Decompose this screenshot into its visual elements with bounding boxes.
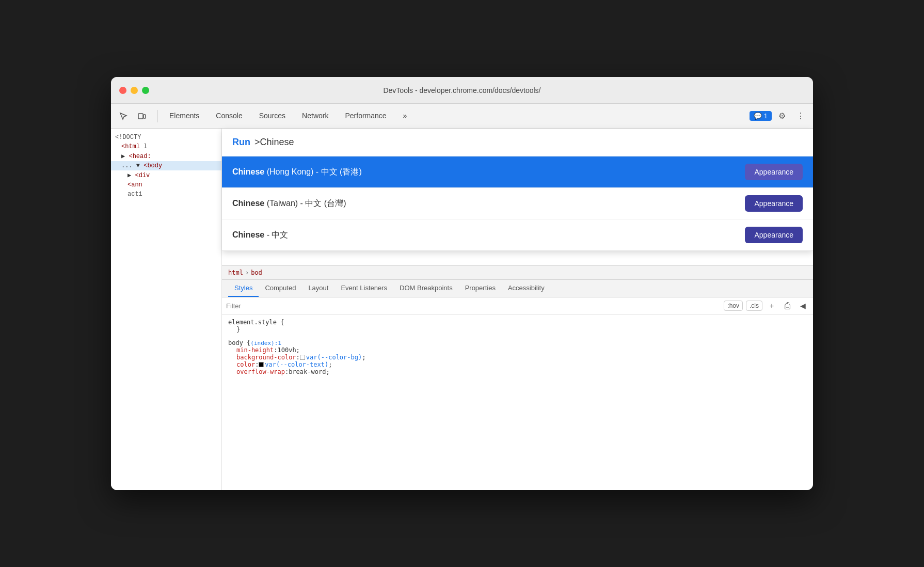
new-style-rule-button[interactable]: ⎙ [781,300,793,312]
settings-button[interactable]: ⚙ [774,108,790,124]
dropdown-item-text-0: Chinese (Hong Kong) - 中文 (香港) [232,167,362,178]
dropdown-item-bold-1: Chinese [232,199,264,208]
tab-accessibility[interactable]: Accessibility [502,280,551,297]
toolbar-right: 💬 1 ⚙ ⋮ [750,108,809,124]
styles-tabs: Styles Computed Layout Event Listeners D… [222,280,813,297]
devtools-window: DevTools - developer.chrome.com/docs/dev… [111,77,813,490]
css-selector-line: element.style { [228,319,807,326]
dropdown-item-rest-0: (Hong Kong) - 中文 (香港) [264,167,361,176]
devtools-toolbar: Elements Console Sources Network Perform… [111,104,813,129]
css-source-link[interactable]: (index):1 [250,340,281,346]
css-prop-name-4: overflow-wrap [236,368,285,375]
tab-properties[interactable]: Properties [459,280,502,297]
run-label: Run [232,137,250,148]
tab-event-listeners[interactable]: Event Listeners [334,280,393,297]
elem-head[interactable]: ▶ <head: [111,151,221,161]
more-options-button[interactable]: ⋮ [792,108,809,124]
elem-body[interactable]: ... ▼ <body [111,161,221,170]
css-close-brace-1: } [236,326,240,333]
tab-sources[interactable]: Sources [251,104,294,128]
tab-performance[interactable]: Performance [337,104,394,128]
tab-dom-breakpoints[interactable]: DOM Breakpoints [393,280,459,297]
breadcrumb-html[interactable]: html [228,269,243,276]
breadcrumb-body[interactable]: bod [251,269,262,276]
css-prop-name-3: color [236,361,255,368]
close-button[interactable] [119,87,126,94]
breadcrumb-separator: › [245,269,249,276]
dropdown-item-text-1: Chinese (Taiwan) - 中文 (台灣) [232,198,346,209]
dropdown-item-bold-0: Chinese [232,167,264,176]
elem-ann[interactable]: <ann [111,180,221,190]
dropdown-item-rest-2: - 中文 [264,230,288,239]
color-swatch-white[interactable] [300,355,305,360]
dropdown-item-rest-1: (Taiwan) - 中文 (台灣) [264,199,346,208]
css-body-selector: body { [228,339,250,346]
css-prop-color: color : var(--color-text); [228,361,807,368]
add-style-rule-button[interactable]: + [766,300,778,312]
dropdown-item-bold-2: Chinese [232,230,264,239]
css-prop-overflow: overflow-wrap : break-word; [228,368,807,375]
color-swatch-black[interactable] [259,362,264,367]
elem-acti: acti [111,190,221,199]
elem-div[interactable]: ▶ <div [111,170,221,180]
tab-styles[interactable]: Styles [228,280,259,297]
css-rule-body: body { (index):1 min-height : 100vh; bac… [228,339,807,375]
tab-network[interactable]: Network [294,104,337,128]
css-body-selector-line: body { (index):1 [228,339,807,346]
dropdown-item-1[interactable]: Chinese (Taiwan) - 中文 (台灣) Appearance [222,187,813,219]
svg-rect-0 [138,114,143,119]
elem-html[interactable]: <html l [111,142,221,151]
maximize-button[interactable] [142,87,149,94]
toggle-sidebar-button[interactable]: ◀ [796,300,809,312]
css-prop-value-4: break-word; [289,368,329,375]
appearance-button-2[interactable]: Appearance [745,227,803,243]
css-rule-element-style: element.style { } [228,319,807,333]
bottom-panel: Run >Chinese Chinese (Hong Kong) - 中文 (香… [222,129,813,490]
window-title: DevTools - developer.chrome.com/docs/dev… [383,86,540,94]
css-prop-value-1: 100vh; [277,346,299,354]
dropdown-item-text-2: Chinese - 中文 [232,230,288,241]
chat-icon: 💬 [754,112,762,120]
css-close-line-1: } [228,326,807,333]
command-dropdown: Run >Chinese Chinese (Hong Kong) - 中文 (香… [222,129,813,251]
css-selector: element.style { [228,319,284,326]
tab-layout[interactable]: Layout [302,280,334,297]
devtools-body: <!DOCTY <html l ▶ <head: ... ▼ <body ▶ <… [111,129,813,490]
cls-button[interactable]: .cls [746,301,762,311]
filter-bar: :hov .cls + ⎙ ◀ [222,297,813,314]
css-prop-value-3: var(--color-text); [265,361,332,368]
elem-doctype: <!DOCTY [111,133,221,142]
css-prop-min-height: min-height : 100vh; [228,346,807,354]
styles-content: element.style { } body { (index):1 min-h… [222,314,813,490]
hov-button[interactable]: :hov [724,301,743,311]
minimize-button[interactable] [131,87,138,94]
command-search-bar: Run >Chinese [222,129,813,156]
tab-computed[interactable]: Computed [259,280,302,297]
breadcrumb-bar: html › bod [222,265,813,280]
dropdown-item-2[interactable]: Chinese - 中文 Appearance [222,219,813,250]
svg-rect-1 [144,115,146,118]
command-query[interactable]: >Chinese [254,137,294,148]
tab-elements[interactable]: Elements [161,104,208,128]
toolbar-icons [115,108,150,124]
css-prop-name-1: min-height [236,346,274,354]
traffic-lights [119,87,149,94]
chat-count: 1 [764,112,768,120]
title-bar: DevTools - developer.chrome.com/docs/dev… [111,77,813,104]
styles-area: html › bod Styles Computed Layout Event … [222,265,813,490]
filter-input[interactable] [226,302,720,310]
device-toggle-button[interactable] [134,108,150,124]
inspect-element-button[interactable] [115,108,132,124]
filter-actions: :hov .cls + ⎙ ◀ [724,300,809,312]
css-prop-name-2: background-color [236,354,296,361]
dropdown-item-0[interactable]: Chinese (Hong Kong) - 中文 (香港) Appearance [222,156,813,187]
elements-panel: <!DOCTY <html l ▶ <head: ... ▼ <body ▶ <… [111,129,222,490]
appearance-button-0[interactable]: Appearance [745,164,803,180]
chat-badge[interactable]: 💬 1 [750,111,772,121]
tab-console[interactable]: Console [208,104,250,128]
toolbar-tabs: Elements Console Sources Network Perform… [161,104,750,128]
css-prop-bg-color: background-color : var(--color-bg); [228,354,807,361]
css-prop-value-2: var(--color-bg); [306,354,366,361]
tab-more[interactable]: » [395,104,416,128]
appearance-button-1[interactable]: Appearance [745,195,803,212]
